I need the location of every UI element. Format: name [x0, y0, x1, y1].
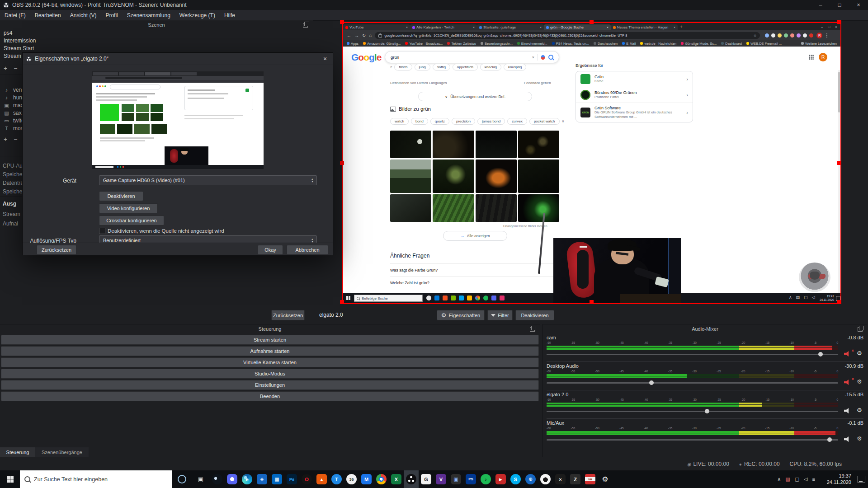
menu-item[interactable]: Ansicht (V) [66, 10, 101, 20]
tray-icon[interactable]: ▤ [785, 476, 790, 482]
volume-slider[interactable] [547, 411, 838, 412]
filter-button[interactable]: Filter [487, 310, 513, 320]
playstation-icon[interactable]: PS [463, 470, 478, 488]
globe-icon[interactable]: ⊕ [523, 470, 538, 488]
channel-settings-gear-icon[interactable]: ⚙ [857, 435, 862, 442]
gog-galaxy-icon[interactable]: G [419, 470, 434, 488]
remove-scene-button[interactable]: − [14, 65, 17, 72]
resize-handle[interactable] [837, 161, 841, 165]
dock-tab[interactable]: Szenenübergänge [35, 447, 89, 457]
menu-item[interactable]: Profil [101, 10, 122, 20]
mail-icon[interactable]: M [359, 470, 374, 488]
thunderbird-icon[interactable]: T [329, 470, 344, 488]
resize-handle[interactable] [590, 300, 594, 304]
dialog-cancel-button[interactable]: Abbrechen [287, 245, 328, 255]
slider-handle[interactable] [827, 437, 832, 442]
resize-handle[interactable] [837, 20, 841, 24]
add-scene-button[interactable]: + [4, 65, 7, 72]
dock-float-icon[interactable] [858, 327, 863, 332]
volume-slider[interactable] [547, 439, 838, 441]
hide-when-inactive-checkbox[interactable] [99, 228, 105, 234]
start-button[interactable] [0, 470, 20, 488]
steam-icon[interactable] [210, 470, 225, 488]
spotify-icon[interactable]: ♪ [478, 470, 493, 488]
close-button[interactable]: × [849, 0, 868, 10]
source-item[interactable]: ▤ sax i [4, 110, 24, 116]
cortana-button[interactable] [172, 470, 192, 488]
chrome-icon[interactable] [374, 470, 389, 488]
maximize-button[interactable]: □ [830, 0, 849, 10]
taskbar-clock[interactable]: 19:37 24.11.2020 [820, 473, 851, 486]
properties-button[interactable]: ⚙ Eigenschaften [437, 310, 485, 320]
volume-slider[interactable] [547, 354, 838, 355]
resize-handle[interactable] [837, 300, 841, 304]
github-icon[interactable] [538, 470, 553, 488]
menu-item[interactable]: Hilfe [220, 10, 240, 20]
zip-icon[interactable]: Z [568, 470, 583, 488]
device-dropdown[interactable]: Game Capture HD60 S (Video) (#01) ▴▾ [99, 175, 317, 185]
reset-transform-button[interactable]: Zurücksetzen [271, 310, 305, 320]
excel-icon[interactable]: X [389, 470, 404, 488]
slider-handle[interactable] [705, 409, 709, 413]
channel-settings-gear-icon[interactable]: ⚙ [857, 378, 862, 385]
configure-video-button[interactable]: Video konfigurieren [99, 203, 158, 213]
taskbar-search-box[interactable]: Zur Suche Text hier eingeben [20, 470, 172, 488]
skype-icon[interactable]: S [508, 470, 523, 488]
channel-settings-gear-icon[interactable]: ⚙ [857, 350, 862, 357]
visual-studio-icon[interactable]: V [434, 470, 448, 488]
dock-float-icon[interactable] [303, 23, 308, 28]
scene-item[interactable]: Stream Start [4, 45, 34, 52]
deactivate-button[interactable]: Deaktivieren [99, 191, 143, 201]
app-icon-orange[interactable]: ▲ [314, 470, 329, 488]
minimize-button[interactable]: – [811, 0, 830, 10]
source-item[interactable]: ♪ vend [4, 87, 25, 93]
source-item[interactable]: ▭ twitc [4, 117, 24, 124]
tray-icon[interactable]: ▢ [795, 476, 799, 482]
slider-handle[interactable] [649, 380, 654, 385]
app-icon-red[interactable]: ▶ [493, 470, 508, 488]
edge-icon[interactable]: e [240, 470, 255, 488]
control-button[interactable]: Aufnahme starten [1, 346, 539, 356]
channel-settings-gear-icon[interactable]: ⚙ [857, 407, 862, 413]
resize-handle[interactable] [340, 161, 344, 165]
source-item[interactable]: T most [4, 125, 25, 131]
configure-crossbar-button[interactable]: Crossbar konfigurieren [99, 216, 164, 225]
tray-icon[interactable]: ≡ [812, 477, 815, 482]
scene-item[interactable]: Interemission [4, 38, 36, 44]
mute-toggle[interactable] [844, 436, 852, 442]
resize-handle[interactable] [590, 20, 594, 24]
deactivate-source-button[interactable]: Deaktivieren [515, 310, 554, 320]
settings-gear-icon[interactable]: ⚙ [598, 470, 613, 488]
control-button[interactable]: Einstellungen [1, 380, 539, 390]
slider-handle[interactable] [818, 352, 823, 357]
control-button[interactable]: Studio-Modus [1, 369, 539, 379]
dock-tab[interactable]: Steuerung [0, 447, 35, 457]
calculator-icon[interactable]: ▦ [269, 470, 284, 488]
controller-icon[interactable]: ▣ [448, 470, 463, 488]
source-item[interactable]: ▣ max [4, 102, 24, 108]
task-view-button[interactable]: ▣ [192, 470, 210, 488]
scene-item[interactable]: ps4 [4, 30, 12, 36]
dialog-ok-button[interactable]: Okay [258, 245, 283, 255]
remove-source-button[interactable]: − [14, 136, 17, 143]
mute-toggle[interactable]: × [844, 379, 852, 385]
dialog-close-button[interactable]: × [317, 53, 333, 65]
control-button[interactable]: Beenden [1, 391, 539, 401]
volume-slider[interactable] [547, 382, 838, 384]
dialog-reset-button[interactable]: Zurücksetzen [37, 245, 76, 255]
photoshop-icon[interactable]: Ps [284, 470, 299, 488]
voicemeeter-icon[interactable]: VM [583, 470, 598, 488]
resize-handle[interactable] [340, 20, 344, 24]
preview-capture[interactable]: YouTube × Alle Kategorien - Twitch × Sta… [343, 23, 840, 303]
control-button[interactable]: Virtuelle Kamera starten [1, 357, 539, 367]
add-source-button[interactable]: + [4, 136, 7, 143]
mute-toggle[interactable]: × [844, 351, 852, 357]
notification-center-icon[interactable] [858, 476, 865, 483]
control-button[interactable]: Stream starten [1, 335, 539, 345]
menu-item[interactable]: Werkzeuge (T) [175, 10, 220, 20]
discord-icon[interactable] [225, 470, 240, 488]
tray-icon[interactable]: ◁ [804, 476, 807, 482]
app-icon-blue[interactable]: ◈ [255, 470, 269, 488]
obs-icon[interactable] [404, 470, 419, 488]
dock-float-icon[interactable] [530, 327, 535, 332]
